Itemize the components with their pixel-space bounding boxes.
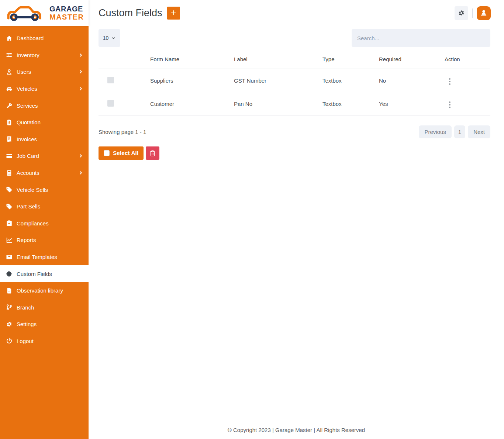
tag-icon bbox=[6, 203, 13, 210]
sidebar-item-compliances[interactable]: Compliances bbox=[0, 215, 89, 232]
sidebar-item-vehicle-sells[interactable]: Vehicle Sells bbox=[0, 181, 89, 198]
sidebar-nav: DashboardInventoryUsersVehiclesServicesQ… bbox=[0, 26, 89, 349]
page-summary: Showing page 1 - 1 bbox=[99, 129, 146, 135]
page-title: Custom Fields bbox=[99, 7, 162, 19]
brand-line-1: GARAGE bbox=[49, 5, 84, 13]
sidebar-item-users[interactable]: Users bbox=[0, 63, 89, 80]
sidebar: GARAGE MASTER DashboardInventoryUsersVeh… bbox=[0, 0, 89, 439]
table-body: SuppliersGST NumberTextboxNoCustomerPan … bbox=[99, 69, 490, 115]
previous-page-button[interactable]: Previous bbox=[419, 125, 451, 138]
sidebar-item-services[interactable]: Services bbox=[0, 97, 89, 114]
sidebar-item-label: Invoices bbox=[17, 136, 37, 142]
add-custom-field-button[interactable]: + bbox=[167, 7, 180, 20]
tag-icon bbox=[6, 186, 13, 193]
column-header: Type bbox=[320, 52, 376, 69]
chevron-right-icon bbox=[78, 69, 83, 74]
sidebar-item-custom-fields[interactable]: Custom Fields bbox=[0, 265, 89, 282]
sidebar-item-logout[interactable]: Logout bbox=[0, 333, 89, 350]
cell-required: No bbox=[376, 69, 442, 92]
chart-icon bbox=[6, 237, 13, 243]
sidebar-item-inventory[interactable]: Inventory bbox=[0, 47, 89, 64]
table-header-row: Form NameLabelTypeRequiredAction bbox=[99, 52, 490, 69]
column-header: Label bbox=[231, 52, 320, 69]
page-length-select[interactable]: 10 bbox=[99, 29, 120, 47]
brand-line-2: MASTER bbox=[49, 13, 84, 21]
sidebar-item-settings[interactable]: Settings bbox=[0, 316, 89, 333]
content: 10 Form NameLabelTypeRequiredAction Supp… bbox=[89, 26, 504, 160]
row-checkbox[interactable] bbox=[107, 77, 114, 83]
select-all-label: Select All bbox=[113, 150, 138, 156]
sidebar-item-email-templates[interactable]: Email Templates bbox=[0, 249, 89, 266]
cell-type: Textbox bbox=[320, 69, 376, 92]
sidebar-item-label: Vehicles bbox=[17, 86, 37, 92]
sidebar-item-label: Part Sells bbox=[17, 203, 40, 210]
clipboard-check-icon bbox=[6, 220, 13, 227]
sidebar-item-invoices[interactable]: Invoices bbox=[0, 131, 89, 148]
sidebar-item-label: Dashboard bbox=[17, 35, 44, 41]
header-checkbox-cell bbox=[99, 52, 147, 69]
chevron-right-icon bbox=[78, 153, 83, 158]
sidebar-item-label: Compliances bbox=[17, 220, 49, 227]
table-toolbar: 10 bbox=[99, 29, 490, 47]
table-row: SuppliersGST NumberTextboxNo bbox=[99, 69, 490, 92]
git-branch-icon bbox=[6, 304, 13, 311]
home-icon bbox=[6, 35, 13, 42]
app-root: GARAGE MASTER DashboardInventoryUsersVeh… bbox=[0, 0, 504, 439]
credit-card-icon bbox=[6, 153, 13, 159]
sidebar-item-label: Settings bbox=[17, 321, 37, 327]
topbar-divider bbox=[472, 8, 473, 18]
user-icon bbox=[6, 69, 13, 75]
settings-button[interactable] bbox=[455, 6, 468, 20]
car-wrench-logo-icon bbox=[3, 1, 48, 25]
brand-logo: GARAGE MASTER bbox=[0, 0, 89, 26]
sidebar-item-accounts[interactable]: Accounts bbox=[0, 165, 89, 182]
sidebar-item-reports[interactable]: Reports bbox=[0, 232, 89, 249]
sidebar-item-label: Reports bbox=[17, 237, 36, 243]
sidebar-item-label: Quotation bbox=[17, 119, 41, 125]
page-number-button[interactable]: 1 bbox=[454, 125, 465, 138]
copyright-footer: © Copyright 2023 | Garage Master | All R… bbox=[89, 420, 504, 439]
row-checkbox[interactable] bbox=[107, 100, 114, 107]
search-input[interactable] bbox=[352, 29, 490, 47]
cell-required: Yes bbox=[376, 92, 442, 115]
sidebar-item-job-card[interactable]: Job Card bbox=[0, 148, 89, 165]
file-icon bbox=[6, 287, 13, 294]
sidebar-item-label: Custom Fields bbox=[17, 271, 52, 277]
car-icon bbox=[6, 86, 13, 92]
sliders-icon bbox=[6, 52, 13, 58]
row-actions-menu-button[interactable] bbox=[447, 100, 453, 110]
cell-form_name: Customer bbox=[147, 92, 231, 115]
sidebar-item-quotation[interactable]: Quotation bbox=[0, 114, 89, 131]
brand-name: GARAGE MASTER bbox=[49, 5, 84, 21]
sidebar-item-vehicles[interactable]: Vehicles bbox=[0, 80, 89, 97]
wrench-icon bbox=[6, 102, 13, 109]
profile-menu-button[interactable] bbox=[477, 6, 491, 20]
sidebar-item-label: Email Templates bbox=[17, 254, 57, 260]
delete-selected-button[interactable] bbox=[146, 146, 159, 160]
next-page-button[interactable]: Next bbox=[468, 125, 490, 138]
table-footer: Showing page 1 - 1 Previous 1 Next bbox=[99, 125, 490, 138]
sidebar-item-label: Accounts bbox=[17, 170, 39, 176]
bulk-actions: Select All bbox=[99, 146, 490, 160]
page-length-value: 10 bbox=[103, 35, 109, 41]
gear-icon bbox=[458, 10, 465, 17]
sidebar-item-observation-library[interactable]: Observation library bbox=[0, 282, 89, 299]
sidebar-item-label: Inventory bbox=[17, 52, 39, 58]
sidebar-item-dashboard[interactable]: Dashboard bbox=[0, 30, 89, 47]
select-all-checkbox[interactable] bbox=[104, 150, 110, 156]
calculator-icon bbox=[6, 170, 13, 176]
cell-type: Textbox bbox=[320, 92, 376, 115]
sidebar-item-part-sells[interactable]: Part Sells bbox=[0, 198, 89, 215]
gear-icon bbox=[6, 321, 13, 328]
cell-label: GST Number bbox=[231, 69, 320, 92]
row-actions-menu-button[interactable] bbox=[447, 77, 453, 86]
table-row: CustomerPan NoTextboxYes bbox=[99, 92, 490, 115]
sidebar-item-branch[interactable]: Branch bbox=[0, 299, 89, 316]
puzzle-icon bbox=[6, 270, 13, 277]
cell-label: Pan No bbox=[231, 92, 320, 115]
select-all-button[interactable]: Select All bbox=[99, 146, 144, 160]
chevron-right-icon bbox=[78, 53, 83, 58]
chevron-right-icon bbox=[78, 86, 83, 91]
sidebar-item-label: Job Card bbox=[17, 153, 39, 159]
sidebar-item-label: Logout bbox=[17, 338, 34, 344]
